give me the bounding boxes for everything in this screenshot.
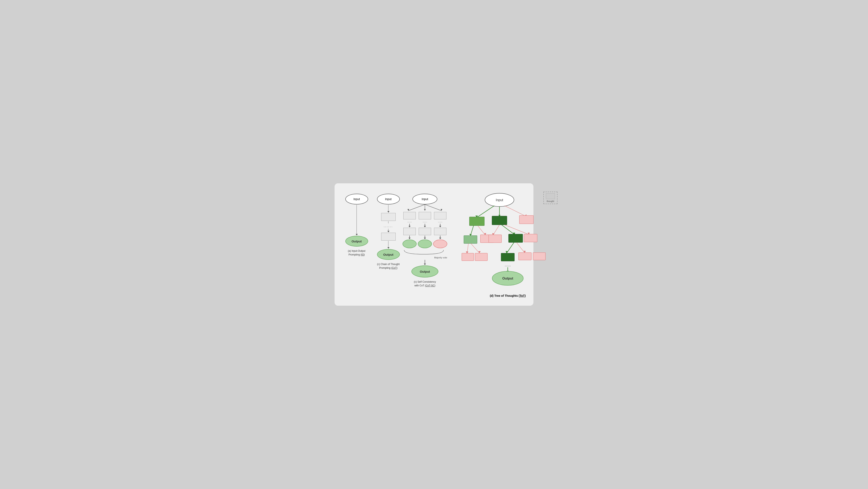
io-input-node: Input (345, 194, 368, 204)
svg-text:Output: Output (502, 277, 513, 280)
svg-rect-17 (519, 215, 533, 224)
cot-arrow-2 (388, 221, 389, 223)
cotsc-diagram: Input ...... (404, 192, 445, 297)
cotsc-b3-output (433, 239, 447, 248)
main-diagram: Input Output (a) Input-Output Prompting … (335, 183, 533, 306)
io-output-node: Output (345, 236, 368, 247)
svg-line-20 (478, 226, 485, 235)
cotsc-b1-output (403, 239, 416, 248)
cotsc-b1-box1 (403, 212, 416, 220)
cot-dots: ...... (384, 224, 393, 228)
svg-rect-28 (464, 236, 477, 243)
svg-line-9 (477, 206, 494, 218)
cotsc-output-label: Output (420, 270, 430, 273)
cotsc-b1-box2 (403, 228, 416, 235)
svg-rect-16 (492, 216, 507, 225)
cot-output-node: Output (377, 249, 400, 260)
cotsc-b2-output (418, 239, 432, 248)
cot-box-1 (381, 213, 396, 221)
cotsc-caption: (c) Self Consistency with CoT (CoT-SC) (414, 280, 436, 287)
cot-caption-abbr: CoT (392, 266, 397, 269)
cotsc-caption-line2: with CoT (414, 284, 424, 287)
cot-caption-line1: (c) Chain of Thought (377, 263, 400, 266)
svg-line-35 (517, 242, 524, 252)
cotsc-b3-box1 (434, 212, 446, 220)
io-diagram: Input Output (a) Input-Output Prompting … (341, 192, 372, 297)
left-section: Input Output (a) Input-Output Prompting … (341, 192, 450, 297)
cot-output-label: Output (383, 253, 393, 256)
svg-rect-41 (462, 253, 474, 261)
cotsc-output-node: Output (411, 265, 438, 278)
svg-rect-15 (469, 217, 484, 226)
svg-rect-31 (508, 234, 523, 242)
cotsc-fanin-arrow (424, 260, 426, 265)
svg-rect-45 (533, 253, 546, 260)
svg-text:Input: Input (496, 198, 503, 202)
io-caption-abbr: IO (361, 253, 364, 256)
svg-rect-43 (501, 253, 515, 261)
svg-rect-42 (475, 253, 488, 261)
cotsc-branch-3: ...... (433, 212, 447, 248)
cot-caption: (c) Chain of Thought Prompting (CoT) (377, 262, 400, 270)
cotsc-b2-box1 (419, 212, 431, 220)
cot-input-label: Input (385, 197, 392, 201)
svg-text:......: ...... (505, 263, 511, 267)
io-caption-line2: Prompting (348, 253, 360, 256)
cotsc-brace-svg: Majority vote (402, 249, 448, 259)
cot-caption-line2: Prompting (379, 266, 391, 269)
thought-legend-label: thought (547, 200, 554, 202)
thought-legend: thought (544, 192, 557, 204)
svg-line-0 (408, 204, 425, 211)
svg-marker-34 (506, 251, 508, 253)
svg-line-33 (507, 242, 514, 253)
cotsc-input-label: Input (422, 197, 428, 201)
cotsc-caption-line1: (c) Self Consistency (414, 280, 436, 283)
io-arrow-1 (356, 205, 358, 235)
tot-caption-text: (d) Tree of Thoughts (490, 294, 518, 297)
tot-svg: Input (458, 192, 557, 291)
cotsc-b2-box2 (419, 228, 431, 235)
svg-rect-32 (524, 234, 537, 242)
svg-rect-44 (519, 253, 531, 260)
io-output-label: Output (351, 239, 362, 243)
svg-line-39 (471, 243, 479, 253)
cot-box-2 (381, 233, 396, 240)
svg-rect-30 (489, 235, 501, 242)
io-caption: (a) Input-Output Prompting (IO) (348, 249, 366, 257)
svg-marker-4 (424, 209, 426, 211)
cotsc-branch-1: ...... (403, 212, 416, 248)
cot-arrow-3 (388, 229, 390, 232)
cotsc-input-node: Input (412, 194, 437, 204)
io-caption-line1: (a) Input-Output (348, 250, 366, 252)
thought-legend-box (546, 193, 555, 199)
cot-diagram: Input ...... Output (372, 192, 404, 297)
cotsc-fanout-svg (402, 204, 448, 212)
tot-section: thought Input (454, 192, 557, 297)
cotsc-b3-box2 (434, 228, 446, 235)
svg-line-22 (493, 225, 499, 235)
cotsc-branches: ...... ...... .. (403, 212, 447, 248)
tot-caption-abbr: ToT (520, 294, 525, 297)
cot-arrow-1 (388, 205, 390, 212)
io-input-label: Input (353, 197, 360, 201)
cotsc-caption-abbr: CoT-SC (426, 284, 435, 287)
svg-text:Majority vote: Majority vote (434, 256, 447, 259)
svg-line-2 (425, 204, 441, 211)
cotsc-branch-2: ...... (418, 212, 432, 248)
cot-input-node: Input (377, 194, 400, 204)
cot-arrow-4 (388, 241, 390, 249)
svg-line-13 (505, 206, 526, 217)
tot-caption: (d) Tree of Thoughts (ToT) (458, 294, 557, 297)
